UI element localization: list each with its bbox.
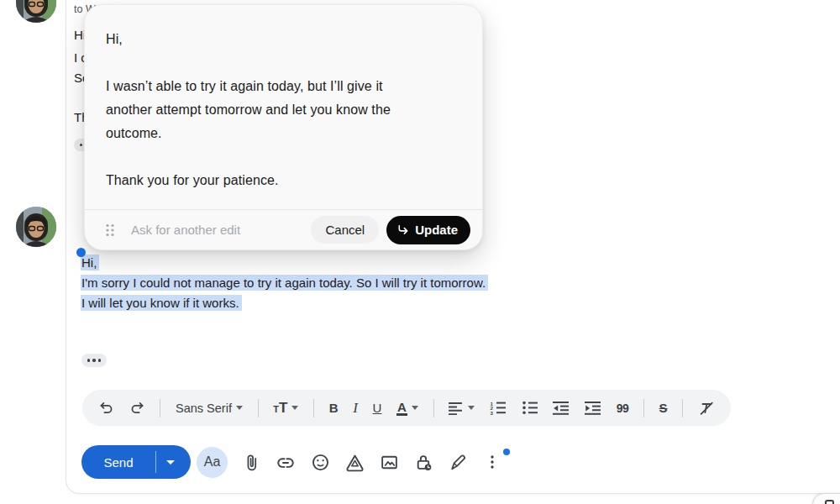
draft-line: Hi, (81, 255, 99, 270)
chevron-down-icon (236, 406, 243, 410)
popup-footer: Cancel Update (85, 209, 482, 249)
insert-photo-button[interactable] (378, 451, 400, 473)
chevron-down-icon (468, 406, 475, 410)
drag-handle[interactable] (105, 223, 115, 237)
remove-formatting-button[interactable] (698, 400, 715, 417)
suggestion-greeting: Hi, (106, 28, 123, 51)
vertical-dots-icon (483, 453, 501, 471)
update-label: Update (415, 223, 458, 237)
text-color-label: A (396, 401, 407, 416)
align-left-icon (449, 402, 464, 415)
attach-files-button[interactable] (240, 451, 262, 473)
toolbar-divider (160, 399, 160, 417)
italic-button[interactable]: I (353, 400, 358, 417)
numbered-list-icon: 1 2 3 (490, 401, 507, 415)
insert-emoji-button[interactable] (309, 451, 331, 473)
formatting-toolbar: Sans Serif TT B I U A 1 2 3 (82, 390, 731, 426)
send-split-divider (155, 451, 156, 473)
send-options-caret-icon[interactable] (166, 460, 175, 465)
chevron-down-icon (291, 406, 298, 410)
underline-button[interactable]: U (373, 401, 382, 415)
indent-increase-button[interactable] (585, 401, 601, 415)
send-toolbar: Send Aa (81, 445, 503, 479)
ai-edit-popup: Hi, I wasn’t able to try it again today,… (84, 4, 483, 250)
bulleted-list-icon (522, 401, 538, 415)
avatar-photo (16, 207, 56, 247)
indent-increase-icon (585, 401, 601, 415)
insert-from-drive-button[interactable] (344, 451, 365, 473)
indent-decrease-icon (553, 401, 570, 415)
send-label: Send (81, 455, 155, 470)
show-trimmed-content-button[interactable] (81, 354, 107, 367)
remove-formatting-icon (698, 400, 715, 417)
toolbar-divider (433, 399, 434, 417)
font-family-select[interactable]: Sans Serif (176, 402, 243, 415)
panel-peek-glyph (825, 500, 834, 504)
lock-clock-icon (414, 453, 433, 472)
signature-button[interactable] (447, 451, 469, 473)
undo-button[interactable] (98, 400, 114, 416)
suggestion-closing: Thank you for your patience. (106, 169, 279, 192)
undo-icon (98, 400, 114, 416)
font-size-small-t: T (273, 404, 279, 414)
font-family-label: Sans Serif (176, 402, 232, 415)
link-icon (276, 452, 296, 472)
insert-link-button[interactable] (275, 451, 297, 473)
compose-body-selection[interactable]: Hi, I'm sorry I could not manage to try … (81, 255, 488, 315)
cancel-button[interactable]: Cancel (311, 216, 379, 244)
indent-decrease-button[interactable] (553, 401, 570, 415)
bottom-right-panel-peek[interactable] (812, 493, 840, 504)
pen-icon (449, 453, 468, 472)
toolbar-divider (643, 399, 644, 417)
emoji-icon (311, 453, 330, 472)
quote-button[interactable]: 99 (617, 402, 629, 415)
numbered-list-button[interactable]: 1 2 3 (490, 401, 507, 415)
suggestion-body: I wasn’t able to try it again today, but… (106, 75, 427, 145)
more-send-options-button[interactable] (481, 451, 503, 473)
redo-button[interactable] (129, 400, 145, 416)
align-button[interactable] (449, 402, 475, 415)
send-button[interactable]: Send (81, 445, 191, 479)
font-size-button[interactable]: TT (273, 400, 298, 417)
drive-icon (345, 453, 365, 472)
confidential-mode-button[interactable] (412, 451, 434, 473)
six-dots-icon (105, 223, 115, 237)
notification-dot (503, 449, 510, 455)
paperclip-icon (242, 453, 261, 472)
avatar-photo (16, 0, 56, 23)
font-size-large-t: T (279, 400, 287, 417)
draft-line: I will let you know if it works. (81, 295, 242, 311)
toolbar-divider (682, 399, 683, 417)
sender-avatar[interactable] (16, 0, 56, 23)
bold-button[interactable]: B (329, 401, 339, 415)
bulleted-list-button[interactable] (522, 401, 538, 415)
draft-line: I'm sorry I could not manage to try it a… (81, 275, 488, 291)
reply-author-avatar[interactable] (16, 207, 56, 247)
image-icon (380, 453, 399, 472)
update-button[interactable]: Update (386, 216, 470, 244)
toolbar-divider (313, 399, 314, 417)
chevron-down-icon (412, 406, 418, 410)
redo-icon (129, 400, 145, 416)
toolbar-divider (258, 399, 259, 417)
svg-text:3: 3 (490, 410, 493, 415)
text-color-button[interactable]: A (396, 401, 418, 416)
formatting-options-toggle[interactable]: Aa (197, 447, 228, 478)
ask-another-edit-input[interactable] (129, 222, 311, 238)
elbow-arrow-icon (396, 223, 409, 236)
strikethrough-button[interactable]: S (659, 401, 668, 415)
